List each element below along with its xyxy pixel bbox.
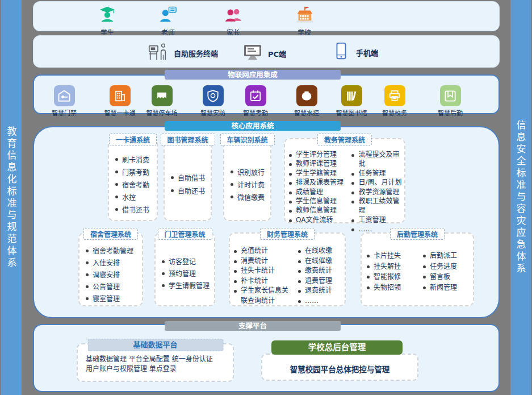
user-item-teacher: 老师 <box>148 5 188 37</box>
system-item-list: 刷卡消费 门禁考勤 宿舍考勤 水控 借书还书 <box>109 139 157 217</box>
list-item: 自助借书 <box>170 172 208 185</box>
list-item: 宿舍考勤管理 <box>85 246 140 257</box>
iot-item-affairs: 智慧校务 <box>373 85 416 117</box>
books-icon <box>341 85 362 106</box>
terminal-label: 手机端 <box>356 47 378 58</box>
list-item: 任务管理 <box>351 169 402 178</box>
list-item: 自助还书 <box>170 185 208 198</box>
iot-label: 智慧一卡通 <box>98 108 141 117</box>
kiosk-icon <box>147 41 169 65</box>
system-box-dormitory: 宿舍管理系统 宿舍考勤管理 入住安排 调寝安排 公告管理 寝室管理 <box>78 232 143 306</box>
list-item: 退费统计 <box>298 286 342 296</box>
list-item: 宿舍考勤 <box>115 179 154 192</box>
iot-label: 智慧水控 <box>285 108 328 117</box>
list-item: 公告管理 <box>85 281 140 293</box>
door-lock-icon <box>54 85 75 106</box>
list-item: 微信缴费 <box>230 192 268 204</box>
calendar-check-icon <box>245 85 266 106</box>
user-item-student: 学生 <box>87 5 127 37</box>
iot-item-logistics: 智慧后勤 <box>429 85 472 117</box>
list-item: 识别放行 <box>230 167 268 179</box>
list-item: 在线催缴 <box>298 256 342 267</box>
smartphone-icon <box>332 41 351 64</box>
list-item: 学生评分管理 <box>288 150 345 159</box>
list-item: 消费统计 <box>233 256 292 267</box>
shield-icon <box>203 85 224 106</box>
school-admin-box: 智慧校园平台总体把控与管理 <box>261 354 418 381</box>
list-item: 退费管理 <box>298 276 342 286</box>
support-panel: 基础数据平台 基础数据管理 平台全局配置 统一身份认证 用户账户与权限管理 单点… <box>33 324 500 392</box>
system-item-list: 在线收缴 在线催缴 缴费统计 退费管理 退费统计 …… <box>294 246 345 306</box>
system-title: 车辆识别系统 <box>220 134 274 145</box>
right-security-sidebar: 信息安全标准与容灾应急体系 <box>510 0 531 395</box>
system-item-list: 宿舍考勤管理 入住安排 调寝安排 公告管理 寝室管理 <box>79 234 142 305</box>
list-item: 补卡统计 <box>233 276 292 286</box>
terminal-label: 自助服务终端 <box>174 48 218 59</box>
right-sidebar-label: 信息安全标准与容灾应急体系 <box>514 120 528 275</box>
iot-item-parking: 智慧停车场 <box>140 85 183 117</box>
list-item: 预约管理 <box>161 268 212 280</box>
list-item: 在线收缴 <box>298 246 342 256</box>
list-item: 刷卡消费 <box>115 154 154 167</box>
list-item: 挂失解挂 <box>366 261 416 272</box>
list-item: 教师评课管理 <box>288 159 345 168</box>
teacher-icon <box>158 16 178 27</box>
system-title: 图书管理系统 <box>160 134 215 145</box>
list-item: 工资管理 <box>351 215 402 224</box>
list-item: 任务进度 <box>422 261 471 272</box>
smart-campus-architecture-diagram: 教育信息化标准与规范体系 信息安全标准与容灾应急体系 学生 <box>0 0 532 395</box>
iot-item-library: 智慧图书馆 <box>330 85 373 117</box>
iot-label: 智慧停车场 <box>140 108 183 117</box>
system-item-list: 学生评分管理 教师评课管理 学生学籍管理 排课及课表管理 成绩管理 学生信息管理… <box>285 150 347 234</box>
list-item: 学生信息管理 <box>288 197 345 206</box>
system-box-academic: 教务管理系统 学生评分管理 教师评课管理 学生学籍管理 排课及课表管理 成绩管理… <box>284 138 405 223</box>
iot-label: 智慧校务 <box>373 108 416 117</box>
base-platform-line: 基础数据管理 平台全局配置 统一身份认证 <box>86 355 233 364</box>
iot-label: 智慧安防 <box>191 108 234 117</box>
water-jar-icon <box>296 85 317 106</box>
list-item: 日/周、月计划 <box>351 178 402 187</box>
list-item: 成绩管理 <box>288 188 345 197</box>
system-item-list: 后勤派工 任务进度 留言板 新闻管理 <box>418 251 473 293</box>
system-columns: 卡片挂失 挂失解挂 智能报修 失物招领 后勤派工 任务进度 留言板 新闻管理 <box>362 234 473 293</box>
school-icon <box>295 16 314 27</box>
terminals-panel: 自助服务终端 PC端 手机端 <box>33 35 500 68</box>
iot-label: 智慧考勤 <box>234 108 277 117</box>
iot-item-access: 智慧门禁 <box>43 85 86 117</box>
list-item: 卡片挂失 <box>366 251 416 261</box>
system-box-finance: 财务管理系统 充值统计 消费统计 挂失卡统计 补卡统计 学生家长信息关联查询统计… <box>229 232 346 306</box>
base-data-platform-title: 基础数据平台 <box>87 339 223 351</box>
list-item: 门禁考勤 <box>115 167 154 179</box>
iot-item-water: 智慧水控 <box>285 85 328 117</box>
system-item-list: 识别放行 计时计费 微信缴费 <box>224 139 270 204</box>
system-title: 后勤管理系统 <box>390 228 445 240</box>
iot-item-security: 智慧安防 <box>191 85 234 117</box>
system-title: 一卡通系统 <box>109 134 157 145</box>
printer-icon <box>384 85 405 106</box>
system-box-logistics: 后勤管理系统 卡片挂失 挂失解挂 智能报修 失物招领 后勤派工 任务进度 留言板… <box>361 232 474 306</box>
system-box-gatekeeper: 门卫管理系统 访客登记 预约管理 学生请假管理 <box>154 232 215 306</box>
system-item-list: 访客登记 预约管理 学生请假管理 <box>156 234 214 292</box>
system-item-list: 卡片挂失 挂失解挂 智能报修 失物招领 <box>362 251 418 293</box>
user-item-school: 学校 <box>284 5 324 37</box>
student-icon <box>98 16 117 27</box>
list-item: 借书还书 <box>115 204 154 217</box>
list-item: 入住安排 <box>85 257 140 269</box>
list-item: 调寝安排 <box>85 269 140 281</box>
user-item-parents: 家长 <box>213 5 253 37</box>
left-sidebar-label: 教育信息化标准与规范体系 <box>5 126 19 269</box>
terminal-label: PC端 <box>268 48 286 59</box>
list-item: 留言板 <box>422 272 471 282</box>
list-item: 智能报修 <box>366 272 416 282</box>
list-item: 计时计费 <box>230 179 268 192</box>
core-section-header: 核心应用系统 <box>165 121 341 131</box>
list-item: 缴费统计 <box>298 266 342 276</box>
list-item: 学生请假管理 <box>161 280 212 292</box>
system-title: 教务管理系统 <box>317 134 372 145</box>
iot-panel: 智慧门禁 智慧一卡通 智慧停车场 <box>33 74 500 114</box>
list-item: 新闻管理 <box>422 282 471 293</box>
list-item: …… <box>298 296 342 306</box>
parking-card-icon <box>152 85 173 106</box>
list-item: 寝室管理 <box>85 293 140 305</box>
iot-item-onecard: 智慧一卡通 <box>98 85 141 117</box>
